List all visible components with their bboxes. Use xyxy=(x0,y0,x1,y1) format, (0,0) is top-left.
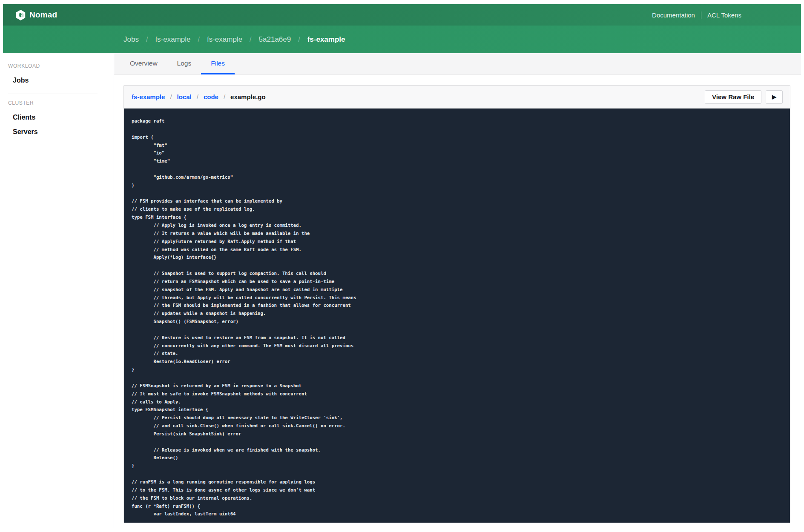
nav-links: Documentation ACL Tokens xyxy=(652,11,788,19)
breadcrumb-5a21a6e9[interactable]: 5a21a6e9 xyxy=(259,35,291,44)
sidebar-section-label-workload: Workload xyxy=(0,57,114,73)
file-path-separator: / xyxy=(170,93,172,100)
file-path-separator: / xyxy=(224,93,225,100)
file-path-breadcrumb: fs-example/local/code/example.go xyxy=(132,93,266,100)
breadcrumb-fs-example[interactable]: fs-example xyxy=(155,35,190,44)
file-path-fs-example[interactable]: fs-example xyxy=(132,93,165,100)
view-raw-file-button[interactable]: View Raw File xyxy=(705,90,761,104)
file-path-local[interactable]: local xyxy=(177,93,192,100)
sidebar-section-label-cluster: Cluster xyxy=(0,94,114,110)
tab-files[interactable]: Files xyxy=(201,53,235,74)
file-path-separator: / xyxy=(197,93,198,100)
breadcrumb-jobs[interactable]: Jobs xyxy=(123,35,139,44)
sidebar: WorkloadJobsClusterClientsServers xyxy=(0,53,114,528)
tab-logs[interactable]: Logs xyxy=(167,53,201,74)
follow-file-button[interactable]: ▶ xyxy=(766,90,783,104)
file-panel: fs-example/local/code/example.go View Ra… xyxy=(123,85,790,523)
sidebar-item-servers[interactable]: Servers xyxy=(0,125,114,139)
code-viewer[interactable]: package raft import ( "fmt" "io" "time" … xyxy=(124,109,790,523)
play-icon: ▶ xyxy=(772,94,776,100)
file-name: example.go xyxy=(230,93,266,100)
body-row: WorkloadJobsClusterClientsServers Overvi… xyxy=(0,53,804,528)
breadcrumb-separator: / xyxy=(250,36,251,43)
breadcrumb-fs-example[interactable]: fs-example xyxy=(207,35,242,44)
breadcrumb-separator: / xyxy=(198,36,200,43)
nav-link-acl-tokens[interactable]: ACL Tokens xyxy=(707,11,741,19)
code-content: package raft import ( "fmt" "io" "time" … xyxy=(132,117,782,518)
breadcrumb-separator: / xyxy=(146,36,148,43)
nav-links-divider xyxy=(701,11,701,19)
breadcrumb-separator: / xyxy=(298,36,300,43)
nomad-brand[interactable]: Nomad xyxy=(16,10,57,20)
nav-link-documentation[interactable]: Documentation xyxy=(652,11,695,19)
breadcrumb: Jobs/fs-example/fs-example/5a21a6e9/fs-e… xyxy=(123,35,345,44)
top-nav-bar: Nomad Documentation ACL Tokens xyxy=(3,4,801,26)
content-area: fs-example/local/code/example.go View Ra… xyxy=(114,74,801,523)
file-panel-header: fs-example/local/code/example.go View Ra… xyxy=(124,86,790,109)
tab-bar: OverviewLogsFiles xyxy=(114,53,801,74)
file-panel-actions: View Raw File ▶ xyxy=(705,90,783,104)
file-path-code[interactable]: code xyxy=(204,93,218,100)
breadcrumb-bar: Jobs/fs-example/fs-example/5a21a6e9/fs-e… xyxy=(3,26,801,53)
nomad-logo-icon xyxy=(16,10,26,20)
sidebar-item-clients[interactable]: Clients xyxy=(0,110,114,125)
main-area: OverviewLogsFiles fs-example/local/code/… xyxy=(114,53,801,528)
app-frame: Nomad Documentation ACL Tokens Jobs/fs-e… xyxy=(3,4,801,53)
sidebar-item-jobs[interactable]: Jobs xyxy=(0,73,114,88)
brand-title: Nomad xyxy=(29,10,57,20)
tab-overview[interactable]: Overview xyxy=(120,53,167,74)
breadcrumb-current[interactable]: fs-example xyxy=(307,35,345,44)
